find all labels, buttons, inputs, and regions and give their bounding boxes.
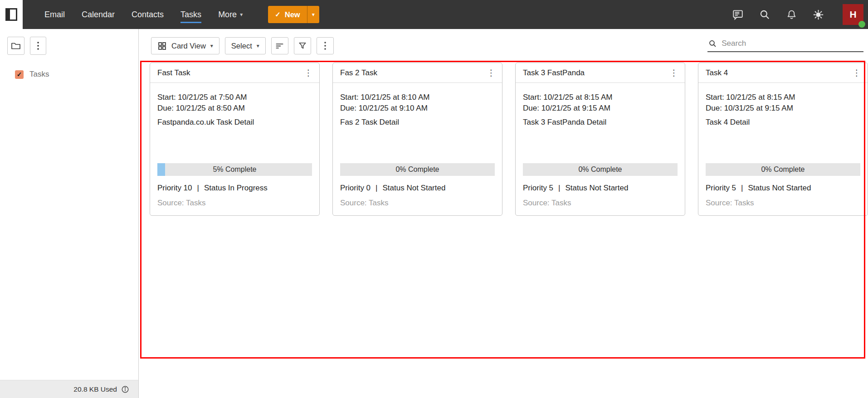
task-due: Due: 10/21/25 at 8:50 AM	[157, 103, 312, 114]
task-card[interactable]: Task 4 ⋮ Start: 10/21/25 at 8:15 AM Due:…	[698, 63, 868, 216]
task-priority: Priority 5	[706, 184, 736, 193]
tasks-checkbox[interactable]: ✓	[15, 70, 24, 79]
info-icon[interactable]	[121, 385, 129, 393]
check-icon: ✓	[17, 71, 22, 78]
nav-contacts-label: Contacts	[132, 10, 164, 19]
sidebar-toggle-button[interactable]	[0, 0, 23, 29]
sidebar-item-tasks[interactable]: ✓ Tasks	[15, 70, 138, 79]
sidebar: ✓ Tasks 20.8 KB Used	[0, 29, 139, 398]
progress-label: 0% Complete	[523, 163, 678, 176]
card-menu-button[interactable]: ⋮	[849, 66, 864, 80]
storage-usage-bar: 20.8 KB Used	[0, 380, 138, 398]
task-due: Due: 10/21/25 at 9:10 AM	[340, 103, 495, 114]
progress-bar: 0% Complete	[340, 163, 495, 176]
task-card[interactable]: Fas 2 Task ⋮ Start: 10/21/25 at 8:10 AM …	[332, 63, 502, 216]
task-start: Start: 10/21/25 at 8:10 AM	[340, 92, 495, 103]
card-menu-button[interactable]: ⋮	[301, 66, 316, 80]
filter-button[interactable]	[294, 37, 311, 54]
tasks-folder-label: Tasks	[29, 70, 49, 79]
task-status: Status Not Started	[383, 184, 446, 193]
chat-icon	[732, 9, 744, 20]
task-status: Status Not Started	[748, 184, 811, 193]
task-title: Task 3 FastPanda	[523, 68, 585, 78]
select-button[interactable]: Select ▾	[225, 37, 266, 54]
meta-divider: |	[741, 184, 743, 193]
bell-icon	[786, 9, 797, 20]
card-header: Fast Task ⋮	[150, 63, 319, 83]
presence-indicator	[858, 21, 865, 28]
avatar[interactable]: H	[843, 4, 863, 25]
layout: ✓ Tasks 20.8 KB Used Card View ▾	[0, 29, 868, 398]
progress-bar: 0% Complete	[523, 163, 678, 176]
nav-calendar[interactable]: Calendar	[82, 6, 115, 23]
task-priority: Priority 5	[523, 184, 553, 193]
notifications-button[interactable]	[785, 9, 797, 20]
theme-button[interactable]	[812, 9, 824, 20]
chevron-down-icon: ▾	[210, 43, 213, 49]
sort-button[interactable]	[271, 37, 288, 54]
top-bar: Email Calendar Contacts Tasks More▾ ✓ Ne…	[0, 0, 868, 29]
new-button-label: New	[285, 10, 300, 19]
task-due: Due: 10/31/25 at 9:15 AM	[706, 103, 860, 114]
chevron-down-icon: ▾	[312, 12, 315, 17]
task-cards: Fast Task ⋮ Start: 10/21/25 at 7:50 AM D…	[150, 63, 868, 216]
card-menu-button[interactable]: ⋮	[484, 66, 498, 80]
sidebar-toolbar	[0, 29, 138, 55]
task-start: Start: 10/21/25 at 8:15 AM	[523, 92, 678, 103]
task-source: Source: Tasks	[340, 199, 388, 208]
kebab-menu-icon	[34, 41, 43, 51]
search-button[interactable]	[759, 9, 770, 20]
nav-more-label: More	[218, 10, 237, 19]
check-icon: ✓	[275, 10, 281, 19]
search-icon	[759, 9, 770, 20]
toolbar-menu-button[interactable]	[317, 37, 334, 54]
task-start: Start: 10/21/25 at 7:50 AM	[157, 92, 312, 103]
card-header: Fas 2 Task ⋮	[333, 63, 502, 83]
view-mode-button[interactable]: Card View ▾	[151, 37, 219, 54]
task-meta: Priority 0 | Status Not Started	[340, 184, 445, 193]
nav-tasks[interactable]: Tasks	[180, 6, 201, 23]
nav-email[interactable]: Email	[44, 6, 65, 23]
nav-contacts[interactable]: Contacts	[132, 6, 164, 23]
task-source: Source: Tasks	[157, 199, 205, 208]
nav-email-label: Email	[44, 10, 65, 19]
progress-bar: 5% Complete	[157, 163, 312, 176]
new-dropdown-button[interactable]: ▾	[307, 6, 319, 23]
progress-label: 0% Complete	[706, 163, 860, 176]
folder-icon	[10, 40, 21, 51]
task-title: Fas 2 Task	[340, 68, 377, 78]
card-header: Task 4 ⋮	[698, 63, 868, 83]
card-body: Start: 10/21/25 at 7:50 AM Due: 10/21/25…	[150, 83, 319, 128]
card-body: Start: 10/21/25 at 8:10 AM Due: 10/21/25…	[333, 83, 502, 128]
sun-icon	[813, 9, 824, 20]
task-priority: Priority 10	[157, 184, 192, 193]
chat-button[interactable]	[732, 9, 744, 20]
new-button[interactable]: ✓ New	[268, 6, 307, 23]
task-card[interactable]: Fast Task ⋮ Start: 10/21/25 at 7:50 AM D…	[150, 63, 320, 216]
task-title: Fast Task	[157, 68, 190, 78]
kebab-menu-icon	[321, 41, 330, 51]
sidebar-menu-button[interactable]	[30, 37, 46, 55]
sort-icon	[275, 41, 284, 51]
storage-usage-text: 20.8 KB Used	[73, 385, 117, 393]
nav-calendar-label: Calendar	[82, 10, 115, 19]
progress-label: 5% Complete	[157, 163, 312, 176]
card-body: Start: 10/21/25 at 8:15 AM Due: 10/21/25…	[516, 83, 685, 128]
search-input[interactable]	[722, 39, 863, 48]
task-status: Status Not Started	[566, 184, 629, 193]
task-card[interactable]: Task 3 FastPanda ⋮ Start: 10/21/25 at 8:…	[515, 63, 685, 216]
task-meta: Priority 5 | Status Not Started	[706, 184, 811, 193]
meta-divider: |	[197, 184, 199, 193]
progress-label: 0% Complete	[340, 163, 495, 176]
new-folder-button[interactable]	[7, 37, 24, 55]
task-status: Status In Progress	[204, 184, 268, 193]
nav-more[interactable]: More▾	[218, 6, 243, 23]
card-menu-button[interactable]: ⋮	[667, 66, 681, 80]
chevron-down-icon: ▾	[257, 43, 259, 49]
task-meta: Priority 5 | Status Not Started	[523, 184, 628, 193]
search-box	[707, 39, 863, 52]
progress-bar: 0% Complete	[706, 163, 860, 176]
task-detail: Task 4 Detail	[706, 117, 860, 128]
task-detail: Fastpanda.co.uk Task Detail	[157, 117, 312, 128]
sidebar-toggle-icon	[5, 8, 17, 21]
